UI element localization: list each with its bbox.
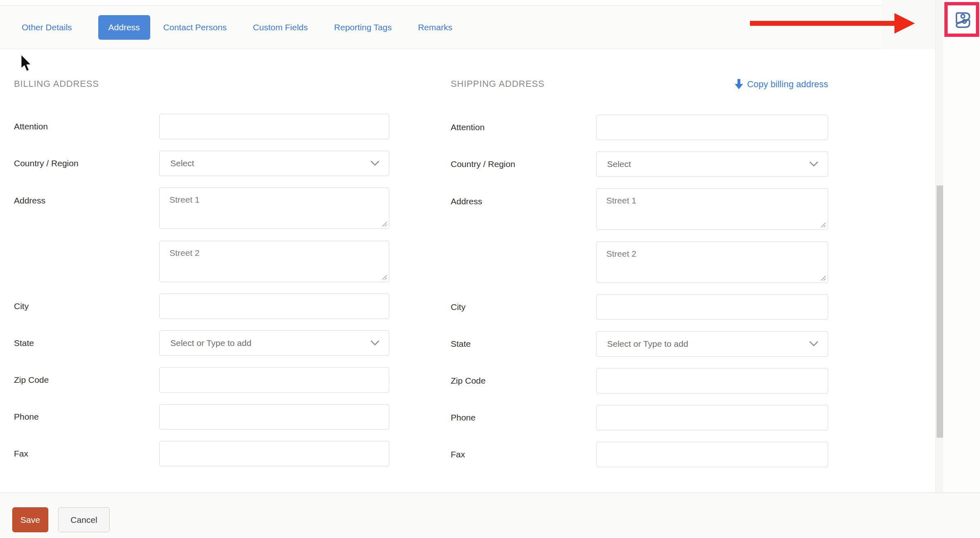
select-placeholder: Select or Type to add	[170, 338, 251, 348]
attention-label: Attention	[451, 115, 596, 140]
tab-reporting-tags[interactable]: Reporting Tags	[334, 22, 392, 33]
cancel-button[interactable]: Cancel	[58, 507, 110, 532]
state-label: State	[451, 331, 596, 357]
billing-country-select[interactable]: Select	[159, 151, 389, 176]
phone-label: Phone	[14, 404, 159, 429]
form-row-attention: Attention	[14, 114, 389, 139]
form-row-city: City	[14, 294, 389, 319]
chevron-down-icon	[809, 341, 818, 347]
billing-city-input[interactable]	[159, 294, 389, 319]
highlight-box	[944, 2, 979, 37]
address-label: Address	[451, 188, 596, 283]
form-row-fax: Fax	[14, 441, 389, 466]
copy-link-label: Copy billing address	[747, 79, 828, 90]
zip-code-label: Zip Code	[14, 367, 159, 393]
form-row-fax: Fax	[451, 442, 828, 467]
copy-billing-address-link[interactable]: Copy billing address	[735, 79, 828, 90]
chevron-down-icon	[370, 160, 379, 166]
attention-label: Attention	[14, 114, 159, 139]
address-form-page: Other Details Address Contact Persons Cu…	[0, 0, 980, 538]
billing-phone-input[interactable]	[159, 404, 389, 429]
billing-zip-input[interactable]	[159, 367, 389, 393]
resize-grip-icon[interactable]	[381, 221, 387, 227]
billing-fax-input[interactable]	[159, 441, 389, 466]
billing-street2-textarea[interactable]	[159, 241, 389, 282]
zoho-books-logo-icon[interactable]	[951, 9, 973, 30]
tab-remarks[interactable]: Remarks	[418, 22, 452, 33]
shipping-country-select[interactable]: Select	[596, 151, 828, 177]
form-row-zip: Zip Code	[14, 367, 389, 393]
form-row-phone: Phone	[14, 404, 389, 429]
resize-grip-icon[interactable]	[820, 222, 826, 228]
vertical-scrollbar-track[interactable]	[935, 0, 943, 538]
save-button[interactable]: Save	[12, 507, 48, 532]
form-row-zip: Zip Code	[451, 368, 828, 393]
billing-address-section: BILLING ADDRESS Attention Country / Regi…	[14, 79, 389, 478]
billing-state-select[interactable]: Select or Type to add	[159, 330, 389, 356]
resize-grip-icon[interactable]	[820, 275, 826, 281]
shipping-fax-input[interactable]	[596, 442, 828, 467]
city-label: City	[451, 294, 596, 320]
country-region-label: Country / Region	[14, 151, 159, 176]
city-label: City	[14, 294, 159, 319]
shipping-street2-textarea[interactable]	[596, 242, 828, 283]
tab-contact-persons[interactable]: Contact Persons	[163, 22, 227, 33]
resize-grip-icon[interactable]	[381, 274, 387, 280]
zip-code-label: Zip Code	[451, 368, 596, 393]
select-placeholder: Select	[607, 159, 631, 169]
form-row-city: City	[451, 294, 828, 320]
billing-street1-textarea[interactable]	[159, 188, 389, 229]
shipping-address-section: SHIPPING ADDRESS Copy billing address At…	[451, 79, 828, 479]
down-arrow-icon	[735, 79, 743, 90]
tab-other-details[interactable]: Other Details	[22, 22, 72, 33]
chevron-down-icon	[370, 340, 379, 346]
billing-attention-input[interactable]	[159, 114, 389, 139]
fax-label: Fax	[451, 442, 596, 467]
form-tabbar: Other Details Address Contact Persons Cu…	[0, 6, 881, 49]
country-region-label: Country / Region	[451, 151, 596, 177]
state-label: State	[14, 330, 159, 356]
mouse-cursor-icon	[20, 54, 33, 72]
select-placeholder: Select	[170, 158, 194, 168]
right-side-strip	[943, 0, 980, 493]
select-placeholder: Select or Type to add	[607, 339, 688, 349]
shipping-phone-input[interactable]	[596, 405, 828, 430]
shipping-street1-textarea[interactable]	[596, 188, 828, 230]
address-label: Address	[14, 188, 159, 282]
billing-address-title: BILLING ADDRESS	[14, 79, 99, 89]
form-row-address: Address	[451, 188, 828, 283]
form-footer: Save Cancel	[0, 493, 980, 538]
scrollbar-thumb[interactable]	[937, 185, 943, 438]
red-arrow-head-icon	[894, 13, 915, 34]
phone-label: Phone	[451, 405, 596, 430]
shipping-city-input[interactable]	[596, 294, 828, 320]
form-row-address: Address	[14, 188, 389, 282]
form-row-country: Country / Region Select	[451, 151, 828, 177]
window-top-strip	[0, 0, 881, 6]
address-form-panel: BILLING ADDRESS Attention Country / Regi…	[0, 49, 935, 493]
tab-address[interactable]: Address	[98, 15, 150, 40]
shipping-zip-input[interactable]	[596, 368, 828, 393]
form-row-attention: Attention	[451, 115, 828, 140]
shipping-address-title: SHIPPING ADDRESS	[451, 79, 544, 89]
form-row-phone: Phone	[451, 405, 828, 430]
form-row-state: State Select or Type to add	[451, 331, 828, 357]
chevron-down-icon	[809, 161, 818, 167]
form-row-state: State Select or Type to add	[14, 330, 389, 356]
shipping-attention-input[interactable]	[596, 115, 828, 140]
tab-custom-fields[interactable]: Custom Fields	[253, 22, 308, 33]
red-arrow-right-icon	[750, 21, 897, 26]
fax-label: Fax	[14, 441, 159, 466]
form-row-country: Country / Region Select	[14, 151, 389, 176]
shipping-state-select[interactable]: Select or Type to add	[596, 331, 828, 357]
